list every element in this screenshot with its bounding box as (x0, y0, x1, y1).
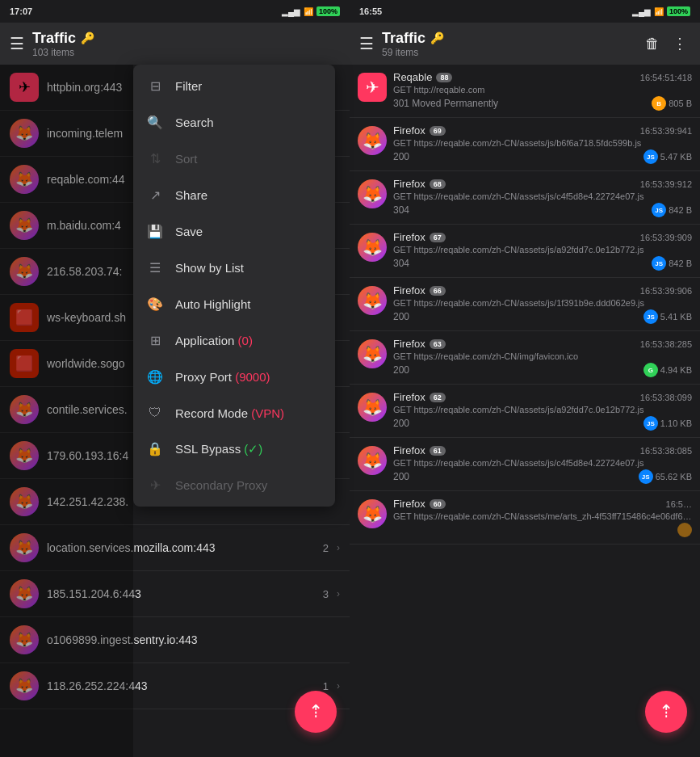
traffic-status-row: 200 JS 65.62 KB (393, 469, 692, 484)
menu-item-ssl-bypass[interactable]: 🔒 SSL Bypass (✓) (133, 431, 335, 467)
traffic-size: 4.94 KB (660, 365, 692, 375)
app-badge: 68 (430, 179, 446, 189)
traffic-header: Firefox 68 16:53:39:912 (393, 178, 692, 190)
traffic-item[interactable]: 🦊 Firefox 63 16:53:38:285 GET https://re… (350, 331, 700, 385)
menu-item-save[interactable]: 💾 Save (133, 213, 335, 250)
menu-label: Show by List (175, 261, 322, 275)
right-status-icons: ▂▄▆ 📶 100% (632, 6, 690, 16)
traffic-item[interactable]: 🦊 Firefox 60 16:5… GET https://reqable.c… (350, 491, 700, 545)
traffic-size-badge (677, 523, 692, 537)
traffic-header: Reqable 88 16:54:51:418 (393, 71, 692, 83)
traffic-size-badge: JS 65.62 KB (639, 469, 692, 484)
firefox-icon: 🦊 (358, 126, 387, 155)
share-icon: ↗ (146, 187, 164, 203)
traffic-item[interactable]: 🦊 Firefox 62 16:53:38:099 GET https://re… (350, 385, 700, 438)
traffic-header: Firefox 63 16:53:38:285 (393, 338, 692, 350)
traffic-size-badge: JS 842 B (652, 256, 692, 271)
more-button[interactable]: ⋮ (669, 32, 690, 56)
ssl-badge: (✓) (244, 442, 262, 456)
menu-item-show-list[interactable]: ☰ Show by List (133, 250, 335, 286)
right-title-text: Traffic (382, 30, 425, 47)
traffic-url: GET https://reqable.com/zh-CN/assets/js/… (393, 405, 692, 414)
traffic-time: 16:53:38:099 (640, 393, 692, 402)
firefox-icon: 🦊 (358, 446, 387, 475)
list-item-count: 2 (323, 542, 329, 554)
traffic-item[interactable]: ✈ Reqable 88 16:54:51:418 GET http://req… (350, 65, 700, 118)
menu-item-share[interactable]: ↗ Share (133, 177, 335, 213)
firefox-icon: 🦊 (358, 339, 387, 368)
signal-icon: ▂▄▆ (632, 7, 651, 16)
traffic-time: 16:53:39:906 (640, 286, 692, 296)
left-fab[interactable]: ⇡ (295, 691, 337, 733)
badge-circle: JS (643, 149, 658, 164)
traffic-size-badge: JS 842 B (652, 203, 692, 217)
delete-button[interactable]: 🗑 (642, 32, 663, 56)
right-actions: 🗑 ⋮ (642, 32, 690, 56)
traffic-item-content: Firefox 62 16:53:38:099 GET https://reqa… (393, 391, 692, 431)
left-title-text: Traffic (32, 30, 76, 47)
traffic-item[interactable]: 🦊 Firefox 69 16:53:39:941 GET https://re… (350, 118, 700, 171)
traffic-item[interactable]: 🦊 Firefox 66 16:53:39:906 GET https://re… (350, 278, 700, 331)
menu-label: Proxy Port (9000) (175, 370, 322, 384)
traffic-url: GET https://reqable.com/zh-CN/assets/js/… (393, 298, 692, 308)
right-lock-icon: 🔑 (430, 32, 444, 44)
traffic-time: 16:54:51:418 (640, 73, 692, 82)
menu-label: Share (175, 188, 322, 202)
menu-item-filter[interactable]: ⊟ Filter (133, 68, 335, 104)
traffic-size-badge: JS 1.10 KB (643, 416, 692, 431)
menu-item-proxy-port[interactable]: 🌐 Proxy Port (9000) (133, 359, 335, 395)
fab-icon: ⇡ (308, 701, 323, 722)
firefox-icon: 🦊 (358, 393, 387, 422)
traffic-url: GET https://reqable.com/zh-CN/assets/js/… (393, 191, 692, 201)
left-panel: 17:07 ▂▄▆ 📶 100% ☰ Traffic 🔑 103 items ✈… (0, 0, 350, 757)
menu-item-secondary-proxy[interactable]: ✈ Secondary Proxy (133, 467, 335, 503)
traffic-size-badge: G 4.94 KB (643, 363, 692, 377)
proxy-badge: (9000) (235, 370, 270, 384)
menu-item-application[interactable]: ⊞ Application (0) (133, 322, 335, 359)
traffic-app-name: Firefox 66 (393, 284, 446, 296)
save-icon: 💾 (146, 224, 164, 239)
traffic-size: 5.41 KB (660, 312, 692, 322)
traffic-item-content: Firefox 67 16:53:39:909 GET https://reqa… (393, 231, 692, 271)
menu-label: Auto Highlight (175, 297, 322, 311)
right-subtitle: 59 items (382, 47, 634, 58)
traffic-item-content: Firefox 69 16:53:39:941 GET https://reqa… (393, 124, 692, 164)
traffic-item[interactable]: 🦊 Firefox 61 16:53:38:085 GET https://re… (350, 438, 700, 491)
menu-item-auto-highlight[interactable]: 🎨 Auto Highlight (133, 286, 335, 322)
traffic-item[interactable]: 🦊 Firefox 67 16:53:39:909 GET https://re… (350, 225, 700, 278)
app-badge: 88 (436, 73, 452, 82)
badge-circle (677, 523, 692, 537)
search-icon: 🔍 (146, 115, 164, 130)
fab-icon: ⇡ (659, 701, 673, 722)
firefox-icon: 🦊 (358, 499, 387, 528)
menu-item-sort[interactable]: ⇅ Sort (133, 141, 335, 177)
left-title-block: Traffic 🔑 103 items (32, 30, 340, 58)
left-menu-icon[interactable]: ☰ (10, 34, 24, 53)
right-menu-icon[interactable]: ☰ (359, 34, 374, 53)
airplane-icon: ✈ (146, 477, 164, 493)
right-title-block: Traffic 🔑 59 items (382, 30, 634, 58)
traffic-status-row: 200 JS 5.41 KB (393, 309, 692, 324)
record-badge: (VPN) (251, 406, 284, 420)
traffic-url: GET https://reqable.com/zh-CN/img/favico… (393, 351, 692, 361)
menu-label: Secondary Proxy (175, 478, 322, 492)
menu-label: Search (175, 116, 322, 129)
traffic-size: 842 B (669, 259, 692, 268)
traffic-status-row: 200 JS 1.10 KB (393, 416, 692, 431)
traffic-status-row: 304 JS 842 B (393, 256, 692, 271)
list-item-count: 1 (323, 680, 329, 692)
menu-item-record-mode[interactable]: 🛡 Record Mode (VPN) (133, 395, 335, 431)
left-app-title: Traffic 🔑 (32, 30, 340, 47)
traffic-status: 200 (393, 151, 409, 162)
left-battery: 100% (316, 6, 340, 16)
menu-item-search[interactable]: 🔍 Search (133, 104, 335, 141)
traffic-app-name: Firefox 67 (393, 231, 446, 243)
right-fab[interactable]: ⇡ (645, 691, 687, 733)
traffic-item-content: Firefox 63 16:53:38:285 GET https://reqa… (393, 338, 692, 377)
menu-label: SSL Bypass (✓) (175, 442, 322, 456)
traffic-item[interactable]: 🦊 Firefox 68 16:53:39:912 GET https://re… (350, 171, 700, 225)
traffic-item-content: Firefox 60 16:5… GET https://reqable.com… (393, 498, 692, 537)
app-badge: 60 (430, 499, 446, 509)
traffic-status-row (393, 523, 692, 537)
chevron-right-icon: › (337, 542, 340, 553)
